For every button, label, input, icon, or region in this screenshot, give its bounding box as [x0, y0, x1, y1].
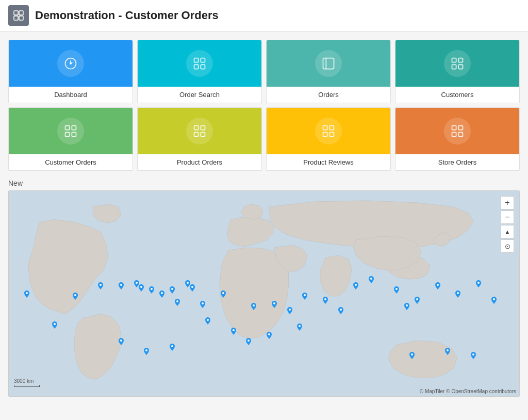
svg-rect-8	[194, 64, 199, 69]
svg-rect-24	[329, 126, 334, 130]
app-header: Demonstration - Customer Orders	[0, 0, 528, 31]
zoom-out-button[interactable]: −	[501, 211, 514, 224]
svg-rect-23	[323, 126, 327, 130]
tile-order-search[interactable]: Order Search	[137, 40, 262, 103]
svg-rect-17	[65, 132, 70, 136]
tile-label-customer-orders: Customer Orders	[43, 154, 98, 170]
tile-label-dashboard: Dashboard	[52, 87, 89, 103]
tile-icon-dashboard	[57, 50, 84, 77]
svg-rect-30	[458, 132, 463, 136]
svg-rect-9	[201, 64, 205, 69]
north-button[interactable]: ▲	[501, 225, 514, 238]
svg-rect-1	[19, 11, 23, 15]
page-title: Demonstration - Customer Orders	[35, 9, 219, 22]
tile-product-reviews[interactable]: Product Reviews	[266, 107, 391, 171]
svg-point-5	[70, 63, 71, 64]
svg-rect-16	[72, 126, 76, 130]
svg-rect-3	[19, 16, 23, 20]
tile-label-store-orders: Store Orders	[436, 154, 478, 170]
svg-rect-25	[323, 132, 327, 136]
svg-rect-2	[14, 16, 18, 20]
svg-rect-20	[201, 126, 205, 130]
tile-product-orders[interactable]: Product Orders	[137, 107, 262, 171]
tile-label-order-search: Order Search	[177, 87, 222, 103]
svg-rect-29	[452, 132, 456, 136]
map-container: + − ▲ ⊙ 3000 km © MapTiler © OpenStreetM…	[8, 190, 520, 397]
section-label: New	[8, 179, 520, 187]
svg-rect-15	[65, 126, 70, 130]
map-attribution: © MapTiler © OpenStreetMap contributors	[420, 389, 516, 394]
tile-icon-product-reviews	[315, 118, 342, 144]
tile-icon-product-orders	[186, 118, 213, 144]
tile-label-customers: Customers	[439, 87, 476, 103]
svg-rect-19	[194, 126, 199, 130]
scale-bar	[14, 385, 40, 387]
svg-rect-26	[329, 132, 334, 136]
main-content: DashboardOrder SearchOrdersCustomersCust…	[0, 31, 528, 405]
tile-icon-customers	[444, 50, 471, 77]
tile-icon-customer-orders	[57, 118, 84, 144]
scale-label: 3000 km	[14, 378, 34, 384]
svg-rect-13	[452, 64, 456, 69]
svg-rect-14	[458, 64, 463, 69]
tile-dashboard[interactable]: Dashboard	[8, 40, 133, 103]
tile-icon-area-store-orders	[395, 108, 519, 154]
svg-rect-7	[201, 58, 205, 62]
svg-rect-10	[323, 58, 334, 69]
tile-icon-area-orders	[267, 40, 390, 87]
tile-icon-store-orders	[444, 118, 471, 144]
tile-icon-area-product-reviews	[267, 108, 390, 154]
svg-rect-28	[458, 126, 463, 130]
camera-button[interactable]: ⊙	[501, 239, 514, 253]
tile-icon-area-customer-orders	[9, 108, 133, 154]
tile-icon-order-search	[186, 50, 213, 77]
tile-label-product-orders: Product Orders	[175, 154, 224, 170]
tile-icon-area-customers	[395, 40, 519, 87]
tile-label-orders: Orders	[316, 87, 341, 103]
tiles-grid: DashboardOrder SearchOrdersCustomersCust…	[8, 40, 520, 171]
app-icon	[8, 5, 29, 26]
zoom-in-button[interactable]: +	[501, 196, 514, 209]
svg-rect-22	[201, 132, 205, 136]
svg-rect-12	[458, 58, 463, 62]
svg-rect-27	[452, 126, 456, 130]
svg-rect-18	[72, 132, 76, 136]
svg-rect-21	[194, 132, 199, 136]
tile-icon-orders	[315, 50, 342, 77]
tile-customers[interactable]: Customers	[395, 40, 520, 103]
tile-label-product-reviews: Product Reviews	[301, 154, 356, 170]
svg-rect-6	[194, 58, 199, 62]
tile-icon-area-order-search	[138, 40, 261, 87]
tile-customer-orders[interactable]: Customer Orders	[8, 107, 133, 171]
tile-store-orders[interactable]: Store Orders	[395, 107, 520, 171]
world-map	[9, 191, 519, 396]
map-scale: 3000 km	[14, 378, 40, 387]
map-controls: + − ▲ ⊙	[501, 196, 514, 253]
tile-icon-area-dashboard	[9, 40, 133, 87]
svg-rect-0	[14, 11, 18, 15]
svg-rect-11	[452, 58, 456, 62]
tile-icon-area-product-orders	[138, 108, 261, 154]
tile-orders[interactable]: Orders	[266, 40, 391, 103]
